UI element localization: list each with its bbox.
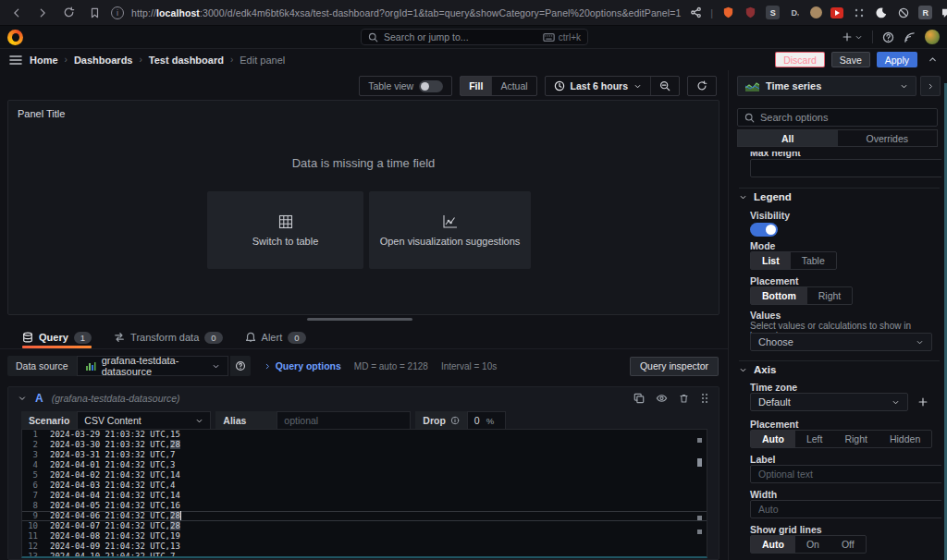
apply-button[interactable]: Apply [877, 52, 917, 67]
csv-line[interactable]: 52024-04-02 21:04:32 UTC,14 [22, 470, 707, 481]
query-inspector-button[interactable]: Query inspector [630, 357, 719, 376]
news-button[interactable] [904, 31, 916, 43]
chevron-down-icon [855, 33, 863, 42]
drop-percent-field[interactable]: 0 % [467, 411, 506, 430]
extension-blocker-icon[interactable] [896, 6, 910, 19]
browser-forward-icon[interactable] [35, 6, 50, 20]
tab-transform-data[interactable]: Transform data0 [114, 326, 222, 348]
query-ref-id[interactable]: A [35, 392, 43, 405]
csv-line[interactable]: 82024-04-05 21:04:32 UTC,16 [22, 501, 707, 511]
legend-values-select[interactable]: Choose [750, 333, 932, 351]
extension-chat-icon[interactable] [941, 6, 947, 19]
address-bar[interactable]: i http://localhost:3000/d/edk4m6bt6k4xsa… [111, 6, 681, 19]
collapse-query-icon[interactable] [18, 394, 27, 403]
axis-timezone-select[interactable]: Default [750, 393, 908, 411]
extension-shield-orange-icon[interactable] [721, 6, 735, 19]
bookmark-icon[interactable] [87, 6, 102, 20]
grid-off[interactable]: Off [830, 536, 866, 553]
extension-play-red-icon[interactable] [830, 7, 843, 18]
menu-toggle-icon[interactable] [9, 55, 22, 66]
csv-line[interactable]: 42024-04-01 21:04:32 UTC,3 [22, 460, 707, 470]
extension-moon-icon[interactable] [874, 6, 888, 19]
csv-line[interactable]: 122024-04-09 21:04:32 UTC,13 [22, 542, 707, 552]
table-view-toggle[interactable] [419, 80, 443, 92]
grid-auto[interactable]: Auto [751, 536, 795, 553]
scenario-select[interactable]: CSV Content [77, 411, 211, 430]
axis-width-input[interactable] [750, 500, 941, 518]
global-search-input[interactable]: Search or jump to... ctrl+k [361, 29, 588, 45]
user-avatar[interactable] [925, 30, 940, 44]
visualization-picker[interactable]: Time series [737, 76, 916, 96]
discard-button[interactable]: Discard [775, 52, 825, 67]
duplicate-query-icon[interactable] [633, 393, 645, 404]
time-range-picker[interactable]: Last 6 hours [546, 77, 650, 95]
legend-mode-table[interactable]: Table [791, 252, 836, 269]
extension-s-icon[interactable]: S [766, 6, 780, 19]
refresh-button[interactable] [687, 76, 717, 96]
axis-placement-right[interactable]: Right [833, 431, 879, 447]
pane-resize-handle[interactable] [307, 318, 412, 321]
help-button[interactable] [882, 31, 894, 43]
share-icon[interactable] [690, 6, 702, 18]
datasource-help-button[interactable] [230, 356, 251, 376]
legend-visibility-toggle[interactable] [750, 223, 778, 237]
axis-section-header[interactable]: Axis [739, 364, 776, 375]
switch-to-table-label: Switch to table [252, 236, 319, 247]
actual-option[interactable]: Actual [492, 77, 535, 95]
csv-line[interactable]: 112024-04-08 21:04:32 UTC,19 [22, 531, 707, 542]
grafana-logo-icon[interactable] [7, 30, 23, 45]
axis-placement-left[interactable]: Left [795, 431, 834, 447]
max-height-input[interactable] [750, 159, 941, 177]
grid-on[interactable]: On [795, 536, 830, 553]
csv-content-editor[interactable]: 12024-03-29 21:03:32 UTC,15 22024-03-30 … [21, 429, 707, 558]
browser-reload-icon[interactable] [61, 6, 76, 20]
axis-placement-auto[interactable]: Auto [751, 431, 795, 447]
legend-section-header[interactable]: Legend [739, 191, 792, 202]
extension-r-icon[interactable]: R [918, 6, 932, 19]
csv-line[interactable]: 62024-04-03 21:04:32 UTC,4 [22, 481, 707, 491]
breadcrumb-dashboard-name[interactable]: Test dashboard [149, 55, 224, 66]
csv-line[interactable]: 102024-04-07 21:04:32 UTC,28 [22, 521, 707, 531]
csv-line[interactable]: 92024-04-06 21:04:32 UTC,28 [22, 511, 707, 521]
add-new-button[interactable] [842, 31, 863, 43]
add-timezone-button[interactable] [914, 393, 932, 411]
query-options-expander[interactable]: Query options [264, 360, 341, 371]
breadcrumb-home[interactable]: Home [30, 55, 58, 66]
extension-shield-red-icon[interactable] [744, 6, 757, 19]
fill-option[interactable]: Fill [461, 77, 491, 95]
extension-hand-icon[interactable] [810, 6, 822, 18]
drag-handle-icon[interactable] [700, 393, 709, 404]
axis-placement-hidden[interactable]: Hidden [879, 431, 931, 447]
switch-to-table-card[interactable]: Switch to table [207, 191, 363, 269]
tab-alert[interactable]: Alert0 [245, 326, 306, 348]
legend-visibility-label: Visibility [750, 210, 932, 221]
csv-line[interactable]: 22024-03-30 21:03:32 UTC,28 [22, 440, 707, 450]
tab-all[interactable]: All [738, 130, 838, 146]
csv-line[interactable]: 12024-03-29 21:03:32 UTC,15 [22, 430, 707, 440]
options-search-input[interactable]: Search options [737, 108, 938, 127]
csv-line[interactable]: 32024-03-31 21:03:32 UTC,7 [22, 450, 707, 460]
axis-label-input[interactable] [750, 465, 941, 483]
visualization-suggestions-card[interactable]: Open visualization suggestions [369, 191, 531, 269]
zoom-out-time-button[interactable] [651, 77, 679, 95]
csv-line[interactable]: 72024-04-04 21:04:32 UTC,14 [22, 491, 707, 501]
panel-title[interactable]: Panel Title [18, 108, 65, 119]
datasource-picker[interactable]: grafana-testdata-datasource [77, 356, 228, 376]
browser-back-icon[interactable] [9, 6, 24, 20]
breadcrumb-dashboards[interactable]: Dashboards [74, 55, 133, 66]
collapse-options-icon[interactable] [928, 55, 938, 65]
extension-puzzle-icon[interactable] [852, 6, 866, 19]
collapse-pane-button[interactable] [920, 76, 941, 96]
save-button[interactable]: Save [831, 52, 870, 67]
tab-overrides[interactable]: Overrides [838, 130, 938, 146]
csv-line[interactable]: 132024-04-10 21:04:32 UTC,7 [22, 552, 707, 558]
delete-query-icon[interactable] [679, 393, 689, 404]
legend-placement-bottom[interactable]: Bottom [751, 287, 807, 304]
hide-query-icon[interactable] [656, 393, 668, 404]
site-info-icon[interactable]: i [111, 6, 124, 19]
tab-query[interactable]: Query1 [22, 326, 92, 348]
legend-placement-right[interactable]: Right [807, 287, 853, 304]
alias-input[interactable] [277, 411, 411, 430]
legend-mode-list[interactable]: List [751, 252, 791, 269]
extension-d-icon[interactable]: D, [788, 6, 802, 19]
